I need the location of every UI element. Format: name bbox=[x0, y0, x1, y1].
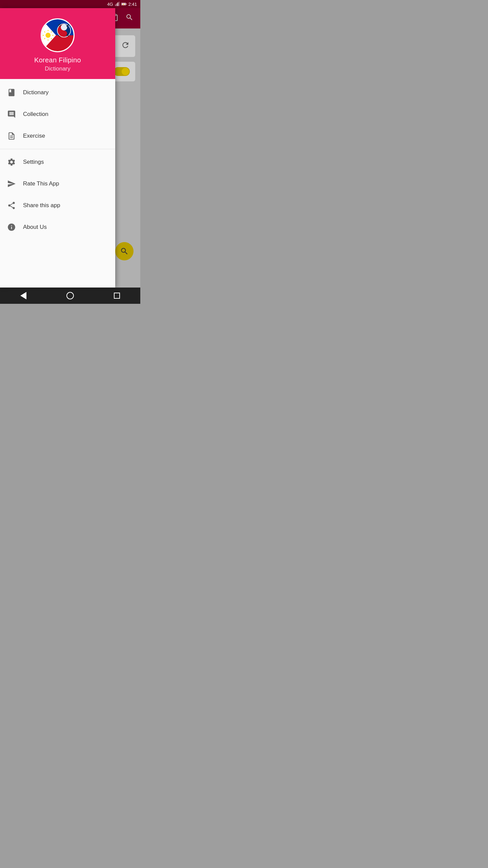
recent-button[interactable] bbox=[110, 289, 124, 302]
list-icon bbox=[7, 131, 16, 141]
back-button[interactable] bbox=[17, 289, 30, 302]
menu-item-share[interactable]: Share this app bbox=[0, 195, 115, 216]
svg-rect-0 bbox=[115, 4, 116, 6]
menu-item-settings[interactable]: Settings bbox=[0, 151, 115, 173]
status-icons: 4G ⚡ 2:41 bbox=[107, 2, 137, 7]
menu-item-exercise[interactable]: Exercise bbox=[0, 125, 115, 147]
menu-label-about: About Us bbox=[23, 224, 47, 231]
menu-label-share: Share this app bbox=[23, 202, 60, 209]
search-icon[interactable] bbox=[125, 13, 134, 23]
svg-rect-5 bbox=[126, 4, 126, 5]
menu-label-exercise: Exercise bbox=[23, 133, 45, 139]
svg-rect-2 bbox=[117, 2, 118, 6]
navigation-drawer: Korean Filipino Dictionary Dictionary Co… bbox=[0, 8, 115, 288]
recent-icon bbox=[114, 293, 120, 299]
app-title: Korean Filipino bbox=[34, 56, 81, 64]
menu-item-about[interactable]: About Us bbox=[0, 216, 115, 238]
bottom-nav bbox=[0, 288, 140, 304]
status-bar: 4G ⚡ 2:41 bbox=[0, 0, 140, 8]
back-icon bbox=[20, 292, 26, 299]
menu-label-dictionary: Dictionary bbox=[23, 89, 49, 96]
menu-item-collection[interactable]: Collection bbox=[0, 103, 115, 125]
chat-icon bbox=[7, 110, 16, 119]
refresh-icon[interactable] bbox=[121, 41, 130, 52]
share-icon bbox=[7, 201, 16, 210]
menu-divider bbox=[0, 149, 115, 149]
svg-text:⚡: ⚡ bbox=[122, 3, 125, 6]
svg-rect-1 bbox=[116, 3, 117, 6]
toggle-switch[interactable] bbox=[114, 67, 130, 76]
drawer-menu: Dictionary Collection Exercise bbox=[0, 79, 115, 288]
battery-icon: ⚡ bbox=[121, 2, 127, 6]
flag-logo bbox=[41, 18, 75, 52]
send-icon bbox=[7, 179, 16, 189]
info-icon bbox=[7, 222, 16, 232]
time-display: 2:41 bbox=[128, 2, 137, 7]
gear-icon bbox=[7, 157, 16, 167]
home-button[interactable] bbox=[63, 289, 77, 302]
toggle-knob bbox=[122, 68, 129, 75]
fab-search[interactable] bbox=[115, 242, 134, 260]
menu-label-settings: Settings bbox=[23, 159, 44, 165]
menu-label-rate: Rate This App bbox=[23, 180, 59, 187]
home-icon bbox=[66, 292, 74, 299]
svg-rect-3 bbox=[119, 2, 119, 6]
menu-item-rate[interactable]: Rate This App bbox=[0, 173, 115, 195]
signal-indicator: 4G bbox=[107, 2, 113, 7]
drawer-header: Korean Filipino Dictionary bbox=[0, 8, 115, 79]
svg-point-13 bbox=[45, 33, 50, 38]
app-subtitle: Dictionary bbox=[45, 65, 70, 72]
signal-bars-icon bbox=[115, 2, 120, 6]
menu-label-collection: Collection bbox=[23, 111, 48, 118]
menu-item-dictionary[interactable]: Dictionary bbox=[0, 82, 115, 103]
book-icon bbox=[7, 88, 16, 97]
